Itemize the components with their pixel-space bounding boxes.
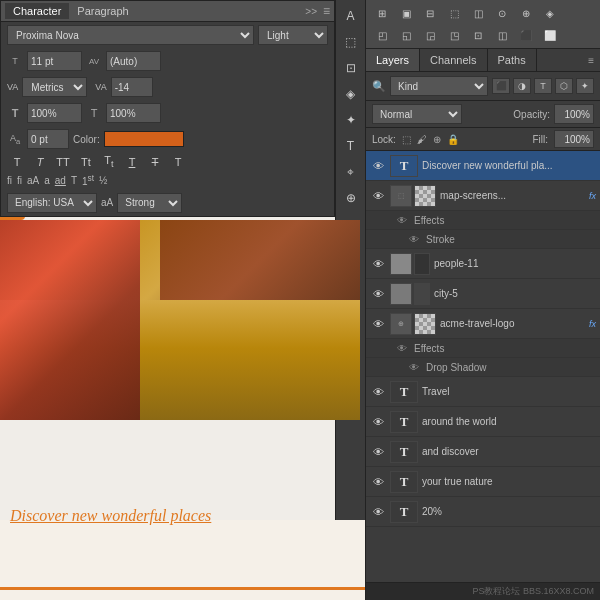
aa-select[interactable]: Strong bbox=[117, 193, 182, 213]
tool-crosshair[interactable]: ⌖ bbox=[339, 161, 363, 183]
filter-smart-icon[interactable]: ✦ bbox=[576, 78, 594, 94]
layer-visibility-eye-2[interactable]: 👁 bbox=[370, 256, 386, 272]
layer-and-discover[interactable]: 👁 T and discover bbox=[366, 437, 600, 467]
ps-icon-r2-8[interactable]: ⬜ bbox=[540, 26, 560, 44]
language-select[interactable]: English: USA bbox=[7, 193, 97, 213]
style-btn-tt2[interactable]: Tt bbox=[76, 156, 96, 168]
effect-eye-stroke[interactable]: 👁 bbox=[394, 212, 410, 228]
tool-text[interactable]: T bbox=[339, 135, 363, 157]
lock-image-icon[interactable]: 🖌 bbox=[417, 134, 427, 145]
layer-visibility-eye-1[interactable]: 👁 bbox=[370, 188, 386, 204]
style-btn-t[interactable]: T bbox=[7, 156, 27, 168]
effect-eye-stroke-2[interactable]: 👁 bbox=[406, 231, 422, 247]
layer-visibility-eye-8[interactable]: 👁 bbox=[370, 474, 386, 490]
layers-panel-menu[interactable]: ≡ bbox=[582, 55, 600, 66]
tab-channels[interactable]: Channels bbox=[420, 49, 487, 71]
ot-1st[interactable]: 1st bbox=[82, 173, 94, 187]
layer-acme-logo[interactable]: 👁 ⊕ acme-travel-logo fx bbox=[366, 309, 600, 339]
layer-20pct[interactable]: 👁 T 20% bbox=[366, 497, 600, 527]
tool-add[interactable]: ⊕ bbox=[339, 187, 363, 209]
tool-diamond[interactable]: ◈ bbox=[339, 83, 363, 105]
layer-people-11[interactable]: 👁 people-11 bbox=[366, 249, 600, 279]
layer-map-screens[interactable]: 👁 ⬚ map-screens... fx bbox=[366, 181, 600, 211]
tab-character[interactable]: Character bbox=[5, 3, 69, 19]
ps-icon-r2-3[interactable]: ◲ bbox=[420, 26, 440, 44]
ps-icon-r2-5[interactable]: ⊡ bbox=[468, 26, 488, 44]
tab-paths[interactable]: Paths bbox=[488, 49, 537, 71]
ps-icon-2[interactable]: ▣ bbox=[396, 4, 416, 22]
tab-layers[interactable]: Layers bbox=[366, 49, 420, 71]
style-btn-italic[interactable]: T bbox=[30, 156, 50, 168]
font-family-select[interactable]: Proxima Nova bbox=[7, 25, 254, 45]
ot-a-alt[interactable]: a bbox=[44, 175, 50, 186]
style-btn-tt[interactable]: TT bbox=[53, 156, 73, 168]
tracking-select[interactable]: Metrics bbox=[22, 77, 87, 97]
lock-all-icon[interactable]: 🔒 bbox=[447, 134, 459, 145]
layer-your-true-nature[interactable]: 👁 T your true nature bbox=[366, 467, 600, 497]
kerning-input[interactable] bbox=[111, 77, 153, 97]
ps-icon-1[interactable]: ⊞ bbox=[372, 4, 392, 22]
font-size-input[interactable] bbox=[27, 51, 82, 71]
ps-icon-4[interactable]: ⬚ bbox=[444, 4, 464, 22]
style-btn-t-sup[interactable]: T bbox=[122, 156, 142, 168]
tool-star[interactable]: ✦ bbox=[339, 109, 363, 131]
style-btn-t-dot[interactable]: T bbox=[168, 156, 188, 168]
tool-select[interactable]: ⊡ bbox=[339, 57, 363, 79]
fill-input[interactable] bbox=[554, 130, 594, 148]
ps-icon-3[interactable]: ⊟ bbox=[420, 4, 440, 22]
panel-expand-icon[interactable]: >> bbox=[305, 6, 317, 17]
ps-icon-8[interactable]: ◈ bbox=[540, 4, 560, 22]
font-style-select[interactable]: Light bbox=[258, 25, 328, 45]
filter-icons: ⬛ ◑ T ⬡ ✦ bbox=[492, 78, 594, 94]
layer-visibility-eye-7[interactable]: 👁 bbox=[370, 444, 386, 460]
scale-v-input[interactable] bbox=[27, 103, 82, 123]
filter-type-icon[interactable]: T bbox=[534, 78, 552, 94]
ot-aa[interactable]: aA bbox=[27, 175, 39, 186]
effect-eye-shadow[interactable]: 👁 bbox=[406, 359, 422, 375]
ot-script[interactable]: ﬁ bbox=[17, 175, 22, 186]
ps-icon-r2-2[interactable]: ◱ bbox=[396, 26, 416, 44]
layer-city-5[interactable]: 👁 city-5 bbox=[366, 279, 600, 309]
ps-icon-6[interactable]: ⊙ bbox=[492, 4, 512, 22]
layer-visibility-eye-5[interactable]: 👁 bbox=[370, 384, 386, 400]
layer-thumb-3a bbox=[390, 283, 412, 305]
ps-icon-5[interactable]: ◫ bbox=[468, 4, 488, 22]
layer-visibility-eye-0[interactable]: 👁 bbox=[370, 158, 386, 174]
color-swatch[interactable] bbox=[104, 131, 184, 147]
panel-close-icon[interactable]: ≡ bbox=[323, 4, 330, 18]
layer-travel[interactable]: 👁 T Travel bbox=[366, 377, 600, 407]
layer-around-world[interactable]: 👁 T around the world bbox=[366, 407, 600, 437]
ps-icon-7[interactable]: ⊕ bbox=[516, 4, 536, 22]
ps-icon-r2-6[interactable]: ◫ bbox=[492, 26, 512, 44]
tool-rect[interactable]: ⬚ bbox=[339, 31, 363, 53]
layer-visibility-eye-4[interactable]: 👁 bbox=[370, 316, 386, 332]
style-btn-t-sub[interactable]: Tt bbox=[99, 154, 119, 169]
ot-fi[interactable]: fi bbox=[7, 175, 12, 186]
filter-pixel-icon[interactable]: ⬛ bbox=[492, 78, 510, 94]
blend-mode-select[interactable]: Normal bbox=[372, 104, 462, 124]
lock-transparent-icon[interactable]: ⬚ bbox=[402, 134, 411, 145]
ot-half[interactable]: ½ bbox=[99, 175, 107, 186]
ps-icon-r2-1[interactable]: ◰ bbox=[372, 26, 392, 44]
kind-select[interactable]: Kind bbox=[390, 76, 488, 96]
effect-eye-logo[interactable]: 👁 bbox=[394, 340, 410, 356]
ot-t-super[interactable]: T bbox=[71, 175, 77, 186]
style-btn-t-strike[interactable]: T bbox=[145, 156, 165, 168]
layer-discover-text[interactable]: 👁 T Discover new wonderful pla... bbox=[366, 151, 600, 181]
layer-name-6: around the world bbox=[422, 416, 596, 427]
leading-input[interactable] bbox=[106, 51, 161, 71]
tab-paragraph[interactable]: Paragraph bbox=[69, 3, 136, 19]
baseline-input[interactable] bbox=[27, 129, 69, 149]
layer-visibility-eye-6[interactable]: 👁 bbox=[370, 414, 386, 430]
ps-icon-r2-4[interactable]: ◳ bbox=[444, 26, 464, 44]
opacity-input[interactable] bbox=[554, 104, 594, 124]
layer-visibility-eye-9[interactable]: 👁 bbox=[370, 504, 386, 520]
layer-visibility-eye-3[interactable]: 👁 bbox=[370, 286, 386, 302]
scale-h-input[interactable] bbox=[106, 103, 161, 123]
ot-ad[interactable]: ad bbox=[55, 175, 66, 186]
tool-type[interactable]: A bbox=[339, 5, 363, 27]
filter-adjust-icon[interactable]: ◑ bbox=[513, 78, 531, 94]
ps-icon-r2-7[interactable]: ⬛ bbox=[516, 26, 536, 44]
lock-position-icon[interactable]: ⊕ bbox=[433, 134, 441, 145]
filter-shape-icon[interactable]: ⬡ bbox=[555, 78, 573, 94]
